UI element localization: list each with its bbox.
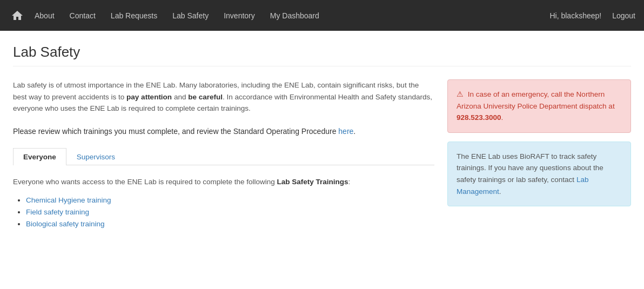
tab-supervisors[interactable]: Supervisors (66, 148, 125, 165)
tabs-container: Everyone Supervisors (13, 148, 434, 165)
emergency-alert: ⚠ In case of an emergency, call the Nort… (447, 79, 631, 133)
nav-contact[interactable]: Contact (70, 11, 96, 20)
home-button[interactable] (9, 7, 26, 24)
left-column: Lab safety is of utmost importance in th… (13, 79, 434, 231)
main-nav: About Contact Lab Requests Lab Safety In… (0, 0, 644, 31)
emergency-period: . (501, 113, 504, 122)
nav-links: About Contact Lab Requests Lab Safety In… (35, 11, 549, 20)
everyone-description: Everyone who wants access to the ENE Lab… (13, 176, 434, 188)
tab-everyone[interactable]: Everyone (13, 148, 66, 165)
intro-bold-1: pay attention (126, 93, 172, 101)
page-title: Lab Safety (13, 44, 631, 66)
everyone-desc-pre: Everyone who wants access to the ENE Lab… (13, 178, 277, 186)
info-alert: The ENE Lab uses BioRAFT to track safety… (447, 142, 631, 206)
warning-icon: ⚠ (457, 89, 464, 100)
nav-user-area: Hi, blacksheep! Logout (549, 11, 635, 20)
content-area: Lab safety is of utmost importance in th… (13, 79, 631, 231)
nav-my-dashboard[interactable]: My Dashboard (270, 11, 319, 20)
emergency-phone: 928.523.3000 (457, 113, 501, 122)
main-content: Lab Safety Lab safety is of utmost impor… (0, 31, 644, 253)
everyone-desc-post: : (348, 178, 351, 186)
intro-paragraph: Lab safety is of utmost importance in th… (13, 79, 434, 115)
everyone-desc-bold: Lab Safety Trainings (277, 178, 348, 186)
review-paragraph: Please review which trainings you must c… (13, 125, 434, 137)
list-item: Field safety training (26, 207, 434, 216)
list-item: Chemical Hygiene training (26, 196, 434, 204)
nav-lab-safety[interactable]: Lab Safety (172, 11, 209, 20)
intro-text-2: and (172, 93, 188, 101)
emergency-text-pre: In case of an emergency, call the Northe… (457, 90, 615, 110)
nav-about[interactable]: About (35, 11, 55, 20)
training-field[interactable]: Field safety training (26, 208, 89, 216)
review-text-pre: Please review which trainings you must c… (13, 127, 338, 136)
intro-bold-2: be careful (188, 93, 223, 101)
nav-lab-requests[interactable]: Lab Requests (111, 11, 157, 20)
review-here-link[interactable]: here (338, 127, 353, 136)
logout-button[interactable]: Logout (612, 11, 635, 20)
tab-everyone-content: Everyone who wants access to the ENE Lab… (13, 176, 434, 228)
right-column: ⚠ In case of an emergency, call the Nort… (447, 79, 631, 231)
list-item: Biological safety training (26, 219, 434, 228)
nav-inventory[interactable]: Inventory (224, 11, 255, 20)
user-greeting: Hi, blacksheep! (549, 11, 601, 20)
review-period: . (353, 127, 355, 136)
info-text-post: . (499, 187, 501, 196)
training-list: Chemical Hygiene training Field safety t… (13, 196, 434, 228)
training-biological[interactable]: Biological safety training (26, 220, 105, 228)
training-chemical[interactable]: Chemical Hygiene training (26, 196, 111, 204)
